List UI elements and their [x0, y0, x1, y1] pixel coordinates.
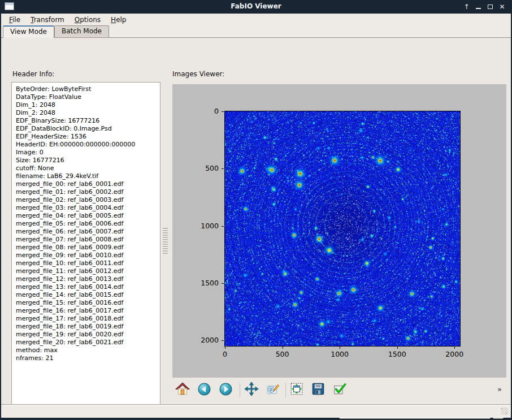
- subplots-button[interactable]: [288, 382, 305, 399]
- header-line: merged_file_10: ref_lab6_0011.edf: [16, 259, 156, 267]
- toolbar-separator: [240, 383, 240, 397]
- x-axis-tick: [454, 347, 455, 349]
- home-button[interactable]: [174, 382, 191, 399]
- pan-button[interactable]: [243, 382, 260, 399]
- customize-button[interactable]: [331, 382, 348, 399]
- close-button[interactable]: ✕: [498, 2, 506, 11]
- menu-help[interactable]: Help: [106, 15, 131, 25]
- pan-icon: [244, 382, 259, 399]
- rollup-button[interactable]: ↑: [462, 2, 471, 11]
- subplots-icon: [289, 382, 304, 399]
- maximize-icon: [488, 5, 493, 9]
- header-line: merged_file_01: ref_lab6_0002.edf: [16, 188, 156, 196]
- toolbar-overflow-chevron[interactable]: »: [497, 385, 502, 393]
- y-axis-tick: [222, 283, 224, 284]
- forward-button[interactable]: [217, 382, 234, 399]
- zoom-icon: [266, 382, 280, 399]
- x-axis-tick-label: 1500: [379, 350, 415, 358]
- y-axis-tick-label: 1500: [177, 279, 219, 287]
- menu-file[interactable]: File: [4, 15, 25, 25]
- header-line: merged_file_15: ref_lab6_0016.edf: [16, 299, 156, 307]
- back-button[interactable]: [196, 382, 212, 399]
- header-line: nframes: 21: [16, 354, 156, 362]
- x-axis-tick-label: 500: [264, 350, 301, 358]
- header-line: ByteOrder: LowByteFirst: [16, 85, 156, 93]
- y-axis-tick-label: 2000: [177, 336, 219, 344]
- header-line: Dim_1: 2048: [16, 101, 156, 109]
- menu-options[interactable]: Options: [70, 15, 106, 25]
- menu-transform[interactable]: Transform: [25, 15, 70, 25]
- y-axis-tick-label: 1000: [177, 222, 219, 230]
- header-line: merged_file_07: ref_lab6_0008.edf: [16, 236, 156, 244]
- header-line: merged_file_20: ref_lab6_0021.edf: [16, 339, 156, 347]
- header-line: Dim_2: 2048: [16, 109, 156, 117]
- header-line: merged_file_14: ref_lab6_0015.edf: [16, 291, 156, 299]
- header-line: merged_file_11: ref_lab6_0012.edf: [16, 267, 156, 275]
- window-title: FabIO Viewer: [0, 2, 512, 10]
- minimize-button[interactable]: [474, 2, 483, 11]
- header-line: merged_file_02: ref_lab6_0003.edf: [16, 196, 156, 204]
- y-axis-tick: [222, 168, 224, 169]
- header-line: EDF_DataBlockID: 0.Image.Psd: [16, 125, 156, 133]
- diffraction-canvas[interactable]: [225, 111, 460, 346]
- x-axis-tick: [340, 347, 340, 349]
- header-line: Image: 0: [16, 149, 156, 157]
- status-bar: [1, 404, 511, 418]
- header-line: merged_file_03: ref_lab6_0004.edf: [16, 204, 156, 212]
- header-line: merged_file_06: ref_lab6_0007.edf: [16, 228, 156, 236]
- tab-view-mode[interactable]: View Mode: [3, 25, 54, 38]
- header-line: method: max: [16, 347, 156, 354]
- x-axis-tick: [225, 347, 225, 349]
- header-line: cutoff: None: [16, 164, 156, 172]
- x-axis-tick-label: 0: [207, 350, 243, 358]
- x-axis-tick-label: 1000: [322, 350, 358, 358]
- header-line: merged_file_05: ref_lab6_0006.edf: [16, 220, 156, 228]
- y-axis-tick: [222, 111, 224, 112]
- diffraction-image[interactable]: [224, 111, 461, 347]
- maximize-button[interactable]: [486, 2, 494, 11]
- save-icon: [311, 382, 326, 399]
- view-mode-page: Header Info: ByteOrder: LowByteFirstData…: [1, 38, 511, 404]
- back-icon: [197, 382, 211, 399]
- header-line: merged_file_00: ref_lab6_0001.edf: [16, 180, 156, 188]
- plot-toolbar: »: [172, 380, 506, 401]
- header-line: merged_file_13: ref_lab6_0014.edf: [16, 283, 156, 291]
- header-line: merged_file_19: ref_lab6_0020.edf: [16, 331, 156, 339]
- tab-batch-mode[interactable]: Batch Mode: [54, 25, 109, 37]
- header-line: EDF_BinarySize: 16777216: [16, 117, 156, 125]
- zoom-button[interactable]: [264, 382, 281, 399]
- app-window: FabIO Viewer ↑✕ FileTransformOptionsHelp…: [0, 0, 512, 420]
- header-line: merged_file_18: ref_lab6_0019.edf: [16, 323, 156, 331]
- save-button[interactable]: [310, 382, 327, 399]
- title-bar: FabIO Viewer ↑✕: [0, 0, 512, 14]
- x-axis-tick-label: 2000: [436, 350, 472, 358]
- header-line: merged_file_16: ref_lab6_0017.edf: [16, 307, 156, 315]
- header-line: merged_file_12: ref_lab6_0013.edf: [16, 275, 156, 283]
- header-line: filename: LaB6_29.4keV.tif: [16, 172, 156, 180]
- customize-icon: [332, 382, 347, 399]
- header-line: merged_file_09: ref_lab6_0010.edf: [16, 252, 156, 259]
- tab-bar: View ModeBatch Mode: [1, 25, 511, 38]
- header-line: EDF_HeaderSize: 1536: [16, 133, 156, 141]
- y-axis-tick-label: 500: [177, 164, 219, 172]
- app-body: FileTransformOptionsHelp View ModeBatch …: [1, 14, 511, 418]
- header-line: Size: 16777216: [16, 157, 156, 164]
- x-axis-tick: [283, 347, 283, 349]
- images-viewer-label: Images Viewer:: [172, 70, 224, 78]
- header-line: DataType: FloatValue: [16, 93, 156, 101]
- header-line: HeaderID: EH:000000:000000:000000: [16, 141, 156, 149]
- figure-canvas[interactable]: 05001000150020000500100015002000: [172, 84, 506, 378]
- y-axis-tick: [222, 226, 224, 227]
- x-axis-tick: [397, 347, 398, 349]
- y-axis-tick-label: 0: [177, 107, 219, 115]
- resize-grip-icon[interactable]: [501, 408, 508, 415]
- y-axis-tick: [222, 340, 224, 341]
- header-info-label: Header Info:: [12, 70, 54, 78]
- header-info-textarea[interactable]: ByteOrder: LowByteFirstDataType: FloatVa…: [11, 82, 160, 417]
- header-line: merged_file_17: ref_lab6_0018.edf: [16, 315, 156, 323]
- toolbar-separator: [285, 383, 286, 397]
- splitter-handle[interactable]: [163, 228, 168, 254]
- minimize-icon: [476, 8, 481, 9]
- forward-icon: [219, 382, 233, 399]
- header-line: merged_file_08: ref_lab6_0009.edf: [16, 244, 156, 252]
